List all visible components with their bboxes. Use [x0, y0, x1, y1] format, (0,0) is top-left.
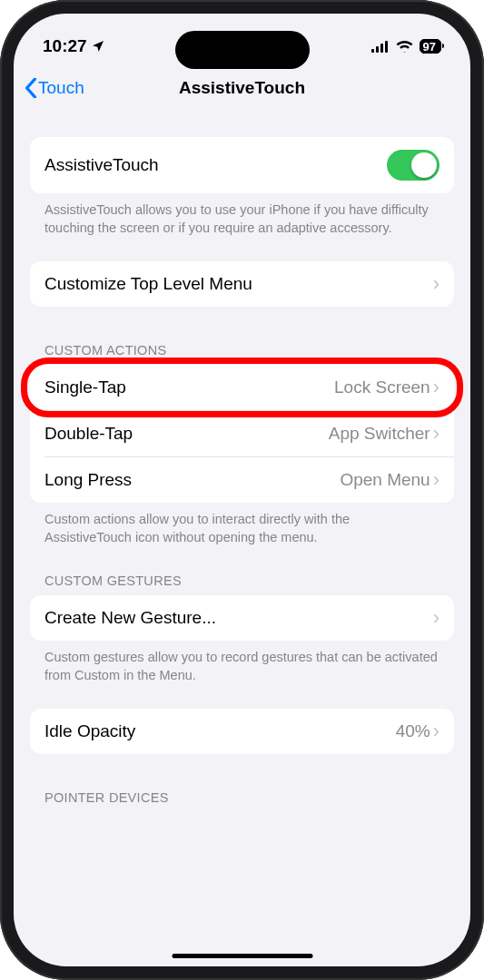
- navigation-bar: Touch AssistiveTouch: [14, 66, 470, 110]
- create-gesture-label: Create New Gesture...: [44, 608, 216, 628]
- wifi-icon: [396, 40, 413, 53]
- svg-rect-1: [376, 46, 379, 53]
- custom-actions-footer: Custom actions allow you to interact dir…: [30, 503, 454, 547]
- assistivetouch-label: AssistiveTouch: [44, 155, 159, 175]
- chevron-right-icon: ›: [433, 470, 440, 490]
- double-tap-value: App Switcher: [329, 424, 430, 444]
- phone-frame: 10:27 97 Touch AssistiveTouch: [0, 0, 484, 980]
- screen: 10:27 97 Touch AssistiveTouch: [14, 14, 470, 966]
- single-tap-value: Lock Screen: [334, 377, 430, 397]
- svg-rect-3: [385, 41, 388, 53]
- svg-rect-0: [371, 49, 374, 53]
- customize-label: Customize Top Level Menu: [44, 274, 252, 294]
- idle-opacity-row[interactable]: Idle Opacity 40% ›: [30, 709, 454, 754]
- status-left: 10:27: [43, 36, 105, 56]
- content-area: AssistiveTouch AssistiveTouch allows you…: [14, 137, 470, 812]
- pointer-devices-header: POINTER DEVICES: [30, 790, 454, 812]
- dynamic-island: [175, 31, 310, 69]
- double-tap-label: Double-Tap: [44, 424, 133, 444]
- single-tap-label: Single-Tap: [44, 377, 126, 397]
- single-tap-row[interactable]: Single-Tap Lock Screen ›: [30, 365, 454, 410]
- svg-rect-2: [380, 44, 383, 53]
- status-right: 97: [371, 39, 441, 54]
- home-indicator[interactable]: [172, 954, 312, 958]
- chevron-right-icon: ›: [433, 377, 440, 397]
- toggle-switch-on[interactable]: [387, 150, 440, 181]
- custom-actions-header: CUSTOM ACTIONS: [30, 343, 454, 365]
- assistivetouch-footer: AssistiveTouch allows you to use your iP…: [30, 193, 454, 238]
- cellular-icon: [371, 41, 390, 53]
- chevron-right-icon: ›: [433, 721, 440, 741]
- long-press-value: Open Menu: [340, 470, 430, 490]
- long-press-row[interactable]: Long Press Open Menu ›: [30, 457, 454, 503]
- chevron-right-icon: ›: [433, 608, 440, 628]
- long-press-label: Long Press: [44, 470, 132, 490]
- double-tap-row[interactable]: Double-Tap App Switcher ›: [30, 411, 454, 456]
- idle-opacity-label: Idle Opacity: [44, 721, 135, 741]
- chevron-right-icon: ›: [433, 424, 440, 444]
- chevron-left-icon: [25, 78, 37, 98]
- idle-opacity-value: 40%: [396, 721, 430, 741]
- back-label: Touch: [38, 78, 84, 98]
- custom-gestures-footer: Custom gestures allow you to record gest…: [30, 641, 454, 685]
- chevron-right-icon: ›: [433, 274, 440, 294]
- customize-top-level-menu-row[interactable]: Customize Top Level Menu ›: [30, 261, 454, 307]
- status-time: 10:27: [43, 36, 87, 56]
- create-new-gesture-row[interactable]: Create New Gesture... ›: [30, 595, 454, 641]
- custom-gestures-header: CUSTOM GESTURES: [30, 573, 454, 595]
- battery-icon: 97: [420, 39, 441, 54]
- assistivetouch-toggle-row[interactable]: AssistiveTouch: [30, 137, 454, 193]
- back-button[interactable]: Touch: [25, 78, 84, 98]
- location-icon: [91, 39, 105, 54]
